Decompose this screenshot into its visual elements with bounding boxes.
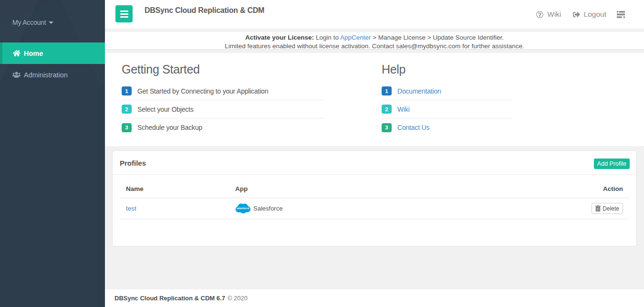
profiles-table-wrap: Name App Action test: [113, 175, 636, 219]
column-header-name: Name: [120, 175, 229, 198]
getting-started-title: Getting Started: [122, 63, 325, 76]
license-notice-line1: Activate your License: Login to AppCente…: [105, 33, 644, 42]
help-number-badge: 1: [382, 86, 392, 95]
my-account-label: My Account: [12, 19, 46, 26]
trash-icon: [595, 205, 601, 212]
wiki-label: Wiki: [547, 10, 561, 19]
users-icon: [12, 71, 21, 78]
profiles-table: Name App Action test: [120, 175, 629, 219]
spacer: [105, 29, 644, 32]
step-select-objects[interactable]: 2 Select your Objects: [122, 100, 325, 118]
license-notice: Activate your License: Login to AppCente…: [105, 32, 644, 50]
svg-text:salesforce: salesforce: [236, 207, 249, 210]
help-number-badge: 3: [382, 123, 392, 132]
help-column: Help 1 Documentation 2 Wiki 3 Contact Us: [382, 53, 512, 137]
topbar-actions: Wiki Logout: [536, 0, 625, 29]
footer-copyright: © 2020: [228, 295, 248, 302]
profiles-title: Profiles: [120, 159, 146, 167]
help-links: 1 Documentation 2 Wiki 3 Contact Us: [382, 82, 512, 137]
question-circle-icon: [536, 11, 543, 18]
column-header-action: Action: [577, 175, 629, 198]
sidebar-nav: Home Administration: [0, 42, 105, 85]
delete-profile-button[interactable]: Delete: [592, 203, 623, 214]
salesforce-logo-icon: salesforce: [235, 203, 250, 214]
sidebar-item-home[interactable]: Home: [0, 42, 105, 64]
help-title: Help: [382, 63, 512, 76]
column-header-app: App: [229, 175, 577, 198]
getting-started-section: Getting Started 1 Get Started by Connect…: [105, 53, 644, 146]
sidebar-item-administration[interactable]: Administration: [0, 64, 105, 85]
sidebar: My Account Home Administration: [0, 0, 105, 307]
appcenter-link[interactable]: AppCenter: [340, 34, 371, 41]
home-icon: [12, 50, 21, 57]
getting-started-column: Getting Started 1 Get Started by Connect…: [122, 53, 325, 137]
logout-label: Logout: [584, 10, 606, 19]
step-number-badge: 1: [122, 86, 132, 95]
profile-row: test: [120, 198, 629, 219]
sidebar-item-label: Administration: [24, 71, 68, 79]
logout-link[interactable]: Logout: [573, 10, 606, 19]
step-schedule-backup[interactable]: 3 Schedule your Backup: [122, 118, 325, 137]
caret-down-icon: [49, 21, 53, 24]
help-wiki[interactable]: 2 Wiki: [382, 100, 512, 118]
tasks-icon[interactable]: [617, 11, 625, 18]
step-number-badge: 2: [122, 105, 132, 114]
getting-started-steps: 1 Get Started by Connecting to your Appl…: [122, 82, 325, 137]
add-profile-button[interactable]: Add Profile: [594, 159, 630, 169]
page-footer: DBSync Cloud Replication & CDM 6.7 © 202…: [105, 289, 644, 307]
app-cell: salesforce Salesforce: [235, 203, 571, 214]
spacer: [105, 50, 644, 53]
help-number-badge: 2: [382, 105, 392, 114]
profiles-panel-header: Profiles Add Profile: [113, 151, 636, 175]
profile-name-link[interactable]: test: [126, 205, 136, 212]
spacer: [105, 146, 644, 150]
main-area: DBSync Cloud Replication & CDM Wiki Logo…: [105, 0, 644, 307]
sidebar-item-label: Home: [24, 50, 43, 57]
step-connect-application[interactable]: 1 Get Started by Connecting to your Appl…: [122, 82, 325, 100]
footer-app-version: DBSync Cloud Replication & CDM 6.7: [114, 295, 225, 302]
page-title: DBSync Cloud Replication & CDM: [145, 6, 264, 15]
wiki-link[interactable]: Wiki: [536, 10, 561, 19]
help-contact-us[interactable]: 3 Contact Us: [382, 118, 512, 137]
step-number-badge: 3: [122, 123, 132, 132]
top-bar: DBSync Cloud Replication & CDM Wiki Logo…: [105, 0, 644, 29]
my-account-dropdown[interactable]: My Account: [12, 19, 53, 26]
app-name: Salesforce: [253, 205, 282, 212]
help-documentation[interactable]: 1 Documentation: [382, 82, 512, 100]
spacer: [105, 246, 644, 289]
menu-toggle-button[interactable]: [115, 5, 133, 22]
sign-out-icon: [573, 11, 580, 18]
profiles-panel: Profiles Add Profile Name App Action tes…: [112, 150, 637, 246]
